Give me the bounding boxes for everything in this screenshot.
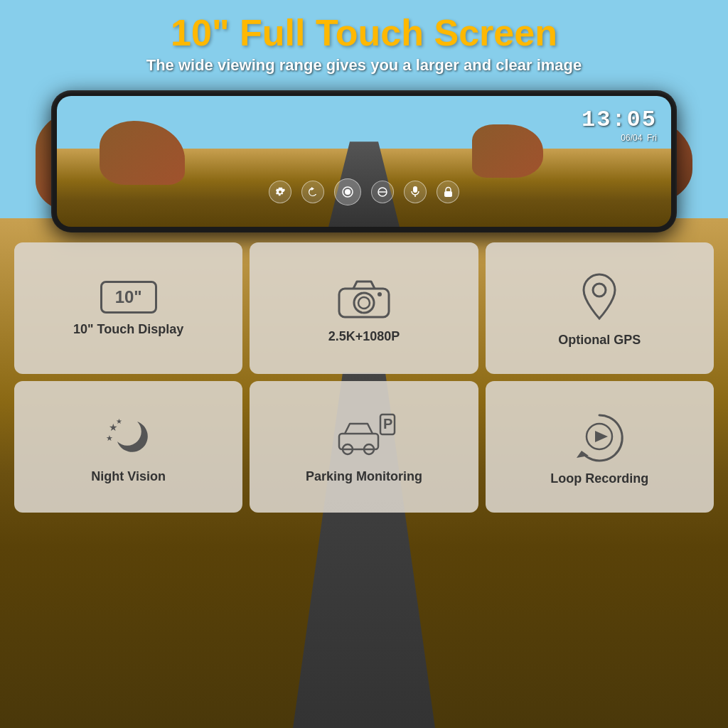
- mic-ctrl[interactable]: [404, 181, 427, 203]
- screen-controls: [269, 178, 459, 205]
- feature-card-gps: Optional GPS: [486, 242, 714, 374]
- feature-card-parking: P Parking Monitoring: [250, 381, 478, 513]
- content-overlay: 10" Full Touch Screen The wide viewing r…: [0, 0, 728, 728]
- svg-marker-23: [595, 431, 608, 442]
- parking-icon: P: [332, 411, 396, 461]
- feature-label-parking: Parking Monitoring: [306, 469, 422, 484]
- svg-marker-0: [311, 187, 314, 191]
- svg-text:★: ★: [116, 417, 122, 425]
- main-title: 10" Full Touch Screen: [14, 13, 714, 53]
- clock-date: 06/04 Fri: [582, 133, 657, 143]
- header: 10" Full Touch Screen The wide viewing r…: [0, 0, 728, 82]
- svg-rect-7: [444, 191, 452, 197]
- switch-ctrl[interactable]: [371, 181, 394, 203]
- svg-point-2: [345, 189, 350, 195]
- screen-clock: 13:05 06/04 Fri: [582, 107, 657, 143]
- mirror-screen: 13:05 06/04 Fri: [57, 96, 671, 227]
- svg-point-11: [378, 292, 382, 296]
- svg-text:★: ★: [106, 434, 113, 442]
- svg-point-10: [358, 297, 370, 309]
- feature-label-gps: Optional GPS: [558, 333, 641, 348]
- feature-card-resolution: 2.5K+1080P: [250, 242, 478, 374]
- moon-icon: ★ ★ ★: [100, 411, 157, 461]
- features-grid: 10" 10" Touch Display 2.5K+1080P: [14, 242, 714, 513]
- svg-text:P: P: [383, 416, 392, 432]
- feature-card-display: 10" 10" Touch Display: [14, 242, 242, 374]
- feature-card-night: ★ ★ ★ Night Vision: [14, 381, 242, 513]
- feature-card-loop: Loop Recording: [486, 381, 714, 513]
- gps-icon: [574, 271, 624, 324]
- display-badge: 10": [100, 281, 157, 314]
- mirror-device: 13:05 06/04 Fri: [51, 90, 677, 232]
- camera-icon: [336, 274, 392, 321]
- feature-label-display: 10" Touch Display: [73, 322, 183, 337]
- svg-point-9: [354, 293, 374, 313]
- mirror-container: 13:05 06/04 Fri: [51, 90, 677, 232]
- lock-ctrl[interactable]: [437, 181, 459, 203]
- clock-time: 13:05: [582, 107, 657, 133]
- subtitle: The wide viewing range gives you a large…: [14, 56, 714, 75]
- display-icon: 10": [100, 281, 157, 314]
- svg-rect-5: [413, 186, 417, 193]
- feature-label-night: Night Vision: [91, 469, 166, 484]
- replay-ctrl[interactable]: [301, 181, 324, 203]
- screen-rocks-left: [100, 121, 185, 185]
- record-ctrl[interactable]: [334, 178, 361, 205]
- feature-label-resolution: 2.5K+1080P: [328, 329, 400, 344]
- screen-rocks-right: [472, 124, 543, 178]
- loop-icon: [571, 410, 628, 463]
- svg-point-12: [593, 284, 606, 296]
- feature-label-loop: Loop Recording: [550, 471, 648, 486]
- settings-ctrl[interactable]: [269, 181, 291, 203]
